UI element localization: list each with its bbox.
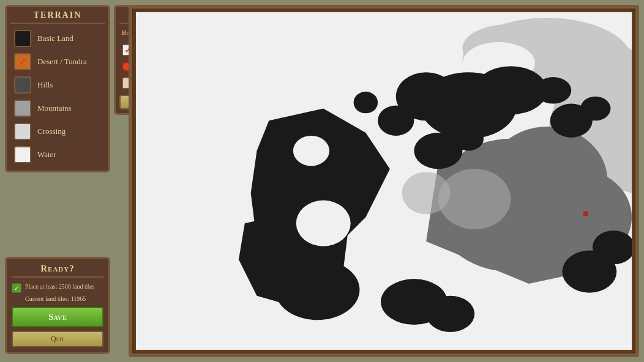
svg-point-31 <box>402 172 451 214</box>
ready-panel: Ready? ✓ Place at least 2500 land tiles … <box>5 257 110 354</box>
quit-button[interactable]: Quit <box>12 331 103 347</box>
svg-point-19 <box>378 106 414 136</box>
svg-point-20 <box>354 92 378 114</box>
terrain-item-crossing[interactable]: Crossing <box>10 120 105 142</box>
map-svg[interactable] <box>136 12 632 350</box>
ready-check-row: ✓ Place at least 2500 land tiles <box>12 283 103 293</box>
terrain-label-hills: Hills <box>37 80 53 90</box>
svg-point-27 <box>426 296 474 332</box>
ready-check-text: Place at least 2500 land tiles <box>25 283 95 290</box>
current-land-text: Current land tiles: 11965 <box>25 295 103 302</box>
svg-point-32 <box>296 201 351 246</box>
terrain-label-crossing: Crossing <box>37 127 66 136</box>
ready-check-icon: ✓ <box>12 283 21 293</box>
terrain-title: Terrain <box>10 10 105 24</box>
save-button[interactable]: Save <box>12 307 103 327</box>
svg-point-33 <box>293 136 329 166</box>
terrain-swatch-crossing <box>14 123 31 140</box>
terrain-swatch-hills <box>14 76 31 94</box>
terrain-label-mountains: Mountains <box>37 103 72 113</box>
svg-point-24 <box>580 97 610 121</box>
terrain-panel: Terrain Basic Land Desert / Tundra Hills… <box>5 5 110 172</box>
map-frame <box>129 5 639 357</box>
terrain-item-mountains[interactable]: Mountains <box>10 97 105 119</box>
terrain-label-basic-land: Basic Land <box>37 34 73 43</box>
terrain-swatch-basic-land <box>14 30 31 47</box>
terrain-label-desert-tundra: Desert / Tundra <box>37 57 87 67</box>
terrain-swatch-desert-tundra <box>14 53 31 70</box>
terrain-label-water: Water <box>37 150 56 160</box>
terrain-swatch-water <box>14 146 31 163</box>
terrain-item-water[interactable]: Water <box>10 144 105 166</box>
svg-point-25 <box>535 77 571 103</box>
svg-rect-34 <box>583 211 588 216</box>
terrain-item-hills[interactable]: Hills <box>10 74 105 96</box>
terrain-item-desert-tundra[interactable]: Desert / Tundra <box>10 51 105 73</box>
map-canvas-area[interactable] <box>136 12 632 350</box>
terrain-swatch-mountains <box>14 100 31 117</box>
ready-title: Ready? <box>12 264 103 278</box>
terrain-item-basic-land[interactable]: Basic Land <box>10 28 105 50</box>
svg-point-22 <box>454 127 484 151</box>
